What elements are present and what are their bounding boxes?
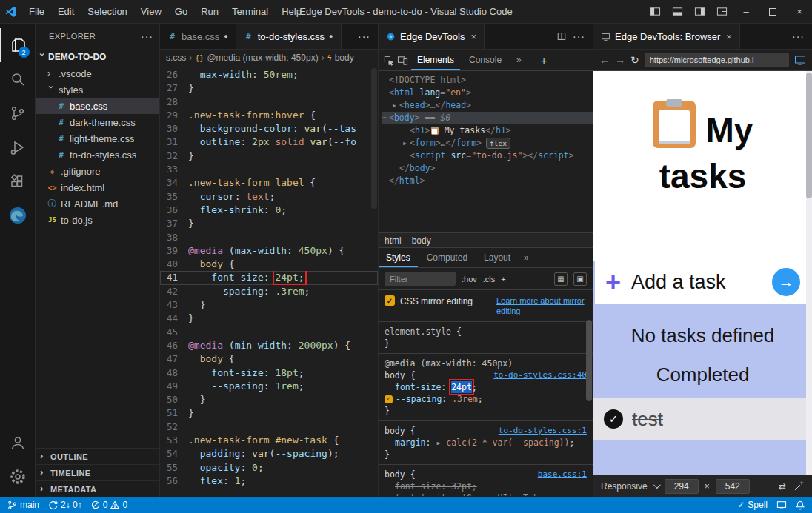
file-tree-item--gitignore[interactable]: ◆.gitignore (36, 163, 159, 179)
pane-tab-layout[interactable]: Layout (476, 248, 518, 267)
code-line[interactable]: 35 cursor: text; (160, 190, 378, 204)
menu-go[interactable]: Go (168, 1, 194, 23)
source-control-icon[interactable] (0, 96, 36, 130)
run-debug-icon[interactable] (0, 130, 36, 164)
dom-node[interactable]: </body> (382, 162, 593, 175)
menu-edit[interactable]: Edit (51, 1, 81, 23)
viewport-height-input[interactable] (716, 479, 750, 494)
crumb-body[interactable]: body (412, 235, 431, 246)
devtools-more-actions-icon[interactable]: ··· (573, 30, 585, 42)
code-line[interactable]: 41 font-size: 24pt; (160, 271, 378, 284)
menu-terminal[interactable]: Terminal (225, 1, 275, 23)
dom-node[interactable]: ▸<form>…</form>flex (382, 137, 593, 150)
css-mirror-checkbox[interactable]: ✓ (385, 295, 395, 306)
code-line[interactable]: 55 opacity: 0; (160, 461, 378, 475)
new-style-rule-button[interactable]: + (501, 275, 505, 284)
sidebar-section-outline[interactable]: ›OUTLINE (36, 448, 159, 464)
styles-filter-input[interactable] (385, 272, 456, 286)
code-line[interactable]: 38 (160, 231, 378, 244)
css-declaration[interactable]: font-family: 'Segoe UI', Tahoma (385, 492, 587, 496)
menu-run[interactable]: Run (194, 1, 225, 23)
pane-tab-styles[interactable]: Styles (379, 248, 418, 267)
rule-selector[interactable]: body (385, 469, 405, 480)
screencast-icon[interactable] (776, 500, 787, 509)
file-tree-item-dark-theme-css[interactable]: #dark-theme.css (36, 114, 159, 130)
dom-node[interactable]: <script src="to-do.js"></script> (382, 150, 593, 162)
mirror-learn-more-link[interactable]: Learn more about mirror editing (496, 295, 587, 316)
sidebar-section-metadata[interactable]: ›METADATA (36, 480, 159, 497)
page-scrollbar[interactable] (806, 71, 812, 475)
stylesheet-link[interactable]: to-do-styles.css:1 (499, 425, 587, 437)
tab-to-do-styles-css[interactable]: # to-do-styles.css ● (236, 24, 342, 49)
add-task-label[interactable]: Add a task (631, 271, 726, 294)
dom-node[interactable]: <!DOCTYPE html> (382, 74, 593, 87)
code-line[interactable]: 33 (160, 163, 378, 176)
notifications-bell-icon[interactable] (796, 500, 805, 510)
menu-file[interactable]: File (22, 1, 51, 23)
dom-node[interactable]: ▸<head>…</head> (382, 99, 593, 112)
file-tree-item-styles[interactable]: ›styles (36, 81, 159, 98)
account-icon[interactable] (0, 426, 36, 460)
toggle-sidebar-icon[interactable] (645, 1, 665, 23)
tool-tab-console[interactable]: Console (463, 50, 508, 70)
dom-node[interactable]: </html> (382, 175, 593, 187)
tab-base-css[interactable]: # base.css ● (160, 24, 236, 49)
code-line[interactable]: 44} (160, 312, 378, 325)
menu-selection[interactable]: Selection (81, 1, 133, 23)
file-tree-item-base-css[interactable]: #base.css (36, 98, 159, 114)
file-tree-item-light-theme-css[interactable]: #light-theme.css (36, 130, 159, 147)
code-line[interactable]: 28 (160, 95, 378, 109)
stylesheet-link[interactable]: base.css:1 (538, 469, 587, 480)
add-task-button[interactable]: → (772, 268, 800, 296)
menu-help[interactable]: Help (275, 1, 308, 23)
code-line[interactable]: 26 max-width: 50rem; (160, 68, 378, 81)
file-tree-item-to-do-styles-css[interactable]: #to-do-styles.css (36, 147, 159, 163)
device-emulation-icon[interactable] (397, 55, 408, 66)
spell-checker-indicator[interactable]: ✓ Spell (737, 500, 768, 510)
code-line[interactable]: 53.new-task-form #new-task { (160, 434, 378, 447)
forward-icon[interactable]: → (615, 54, 625, 66)
tool-tab-elements[interactable]: Elements (411, 50, 460, 70)
split-editor-icon[interactable] (556, 31, 567, 41)
modified-dot-icon[interactable]: ● (224, 33, 227, 40)
search-icon[interactable] (0, 62, 36, 96)
code-line[interactable]: 51} (160, 406, 378, 420)
browser-more-actions-icon[interactable]: ··· (792, 30, 805, 42)
grid-overlay-icon[interactable]: ▦ (554, 272, 568, 286)
problems-indicator[interactable]: 0 0 (91, 500, 127, 510)
rule-selector[interactable]: element.style (385, 326, 451, 338)
code-line[interactable]: 54 padding: var(--spacing); (160, 447, 378, 460)
sync-indicator[interactable]: 2↓ 0↑ (48, 500, 82, 510)
editor-scrollbar[interactable] (371, 68, 377, 209)
toggle-class-button[interactable]: .cls (483, 275, 496, 284)
code-area[interactable]: 26 max-width: 50rem;27}2829.new-task-for… (160, 66, 378, 497)
computed-panel-icon[interactable]: ▣ (573, 272, 587, 286)
code-line[interactable]: 32} (160, 150, 378, 163)
minimize-button[interactable]: – (733, 1, 759, 23)
code-line[interactable]: 48 font-size: 18pt; (160, 366, 378, 380)
settings-gear-icon[interactable] (0, 460, 36, 494)
new-task-form[interactable]: + Add a task → (595, 261, 811, 304)
device-mode-select[interactable]: Responsive (601, 481, 648, 492)
maximize-button[interactable] (760, 1, 785, 23)
code-line[interactable]: 52 (160, 420, 378, 434)
explorer-more-actions-icon[interactable]: ··· (141, 30, 153, 42)
code-line[interactable]: 36 flex-shrink: 0; (160, 204, 378, 217)
dom-node[interactable]: ⋯<body> == $0 (382, 112, 593, 124)
edge-devtools-icon[interactable] (0, 198, 36, 232)
more-tools-icon[interactable]: » (510, 50, 528, 70)
sidebar-section-timeline[interactable]: ›TIMELINE (36, 464, 159, 480)
code-line[interactable]: 30 background-color: var(--tas (160, 122, 378, 135)
css-declaration[interactable]: margin: ▸ calc(2 * var(--spacing)); (385, 437, 587, 449)
url-input[interactable] (645, 53, 789, 67)
code-line[interactable]: 37} (160, 217, 378, 230)
toggle-panel-icon[interactable] (667, 1, 688, 23)
rotate-viewport-icon[interactable]: ⇄ (779, 481, 786, 492)
css-declaration[interactable]: font-size: 24pt; (385, 381, 587, 393)
close-tab-icon[interactable]: × (726, 31, 732, 42)
dom-node[interactable]: <html lang="en"> (382, 87, 593, 99)
rule-selector[interactable]: body (385, 425, 405, 437)
close-button[interactable]: × (787, 1, 812, 23)
refresh-icon[interactable]: ↻ (630, 54, 639, 66)
css-declaration[interactable]: font-size: 32pt; (385, 480, 587, 492)
